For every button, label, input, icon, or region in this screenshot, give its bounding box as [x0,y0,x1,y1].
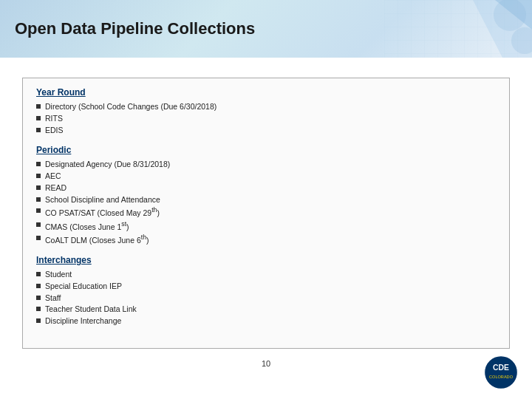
bullet-icon [36,236,41,240]
list-item: Discipline Interchange [36,316,496,327]
year-round-section: Year Round Directory (School Code Change… [36,87,496,136]
interchanges-list: Student Special Education IEP Staff Teac… [36,269,496,327]
bullet-icon [36,185,41,190]
periodic-heading: Periodic [36,145,496,155]
svg-point-5 [485,356,518,389]
list-item: Teacher Student Data Link [36,304,496,316]
bullet-icon [36,296,41,300]
bullet-icon [36,222,41,227]
svg-point-3 [494,0,526,31]
header: Open Data Pipeline Collections [0,0,532,58]
page-number: 10 [22,356,510,368]
bullet-icon [36,104,41,109]
bullet-icon [36,116,41,120]
list-item: Special Education IEP [36,281,496,293]
list-item: READ [36,183,496,194]
list-item: CO PSAT/SAT (Closed May 29th) [36,205,496,219]
cde-logo: CDE COLORADO [483,355,519,390]
bullet-icon [36,128,41,132]
year-round-list: Directory (School Code Changes (Due 6/30… [36,101,496,136]
bullet-icon [36,208,41,213]
page-title: Open Data Pipeline Collections [15,19,255,38]
list-item: EDIS [36,125,496,137]
svg-text:CDE: CDE [493,364,509,372]
bullet-icon [36,318,41,323]
list-item: AEC [36,171,496,183]
list-item: CMAS (Closes June 1st) [36,219,496,233]
bullet-icon [36,197,41,202]
list-item: RITS [36,113,496,125]
list-item: School Discipline and Attendance [36,194,496,206]
list-item: Directory (School Code Changes (Due 6/30… [36,101,496,113]
year-round-heading: Year Round [36,87,496,98]
main-content: Year Round Directory (School Code Change… [0,58,532,379]
interchanges-heading: Interchanges [36,255,496,265]
periodic-section: Periodic Designated Agency (Due 8/31/201… [36,145,496,246]
periodic-list: Designated Agency (Due 8/31/2018) AEC RE… [36,159,496,246]
bullet-icon [36,174,41,178]
bullet-icon [36,272,41,276]
bullet-icon [36,284,41,288]
list-item: CoALT DLM (Closes June 6th) [36,233,496,246]
svg-text:COLORADO: COLORADO [489,375,514,379]
bullet-icon [36,162,41,166]
list-item: Student [36,269,496,281]
list-item: Designated Agency (Due 8/31/2018) [36,159,496,171]
interchanges-section: Interchanges Student Special Education I… [36,255,496,327]
content-box: Year Round Directory (School Code Change… [22,78,510,349]
list-item: Staff [36,293,496,304]
bullet-icon [36,307,41,311]
header-decoration [384,0,532,58]
